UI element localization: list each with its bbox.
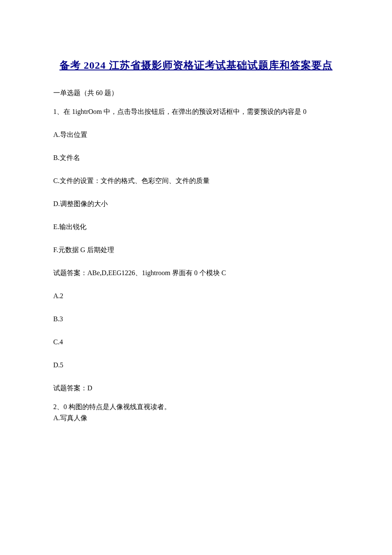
question-1-sub-option-a: A.2 [53, 291, 339, 301]
question-1-text: 1、在 1ightrOom 中，点击导出按钮后，在弹出的预设对话框中，需要预设的… [53, 107, 339, 117]
question-1-option-a: A.导出位置 [53, 130, 339, 140]
question-1-answer-combined: 试题答案：ABe,D,EEG1226、1ightroom 界面有 0 个模块 C [53, 268, 339, 278]
question-1-sub-option-d: D.5 [53, 360, 339, 370]
section-header: 一单选题（共 60 题） [53, 88, 339, 98]
question-1-option-f: F.元数据 G 后期处理 [53, 245, 339, 255]
question-1-sub-answer: 试题答案：D [53, 383, 339, 393]
question-1-sub-option-c: C.4 [53, 337, 339, 347]
question-1-option-b: B.文件名 [53, 153, 339, 163]
document-title: 备考 2024 江苏省摄影师资格证考试基础试题库和答案要点 [53, 58, 339, 73]
question-2-option-a: A.写真人像 [53, 413, 339, 423]
question-1-option-e: E.输出锐化 [53, 222, 339, 232]
question-2-text: 2、0 构图的特点是人像视线直视读者。 [53, 402, 339, 412]
question-1-option-c: C.文件的设置：文件的格式、色彩空间、文件的质量 [53, 176, 339, 186]
question-1-option-d: D.调整图像的大小 [53, 199, 339, 209]
question-1-sub-option-b: B.3 [53, 314, 339, 324]
